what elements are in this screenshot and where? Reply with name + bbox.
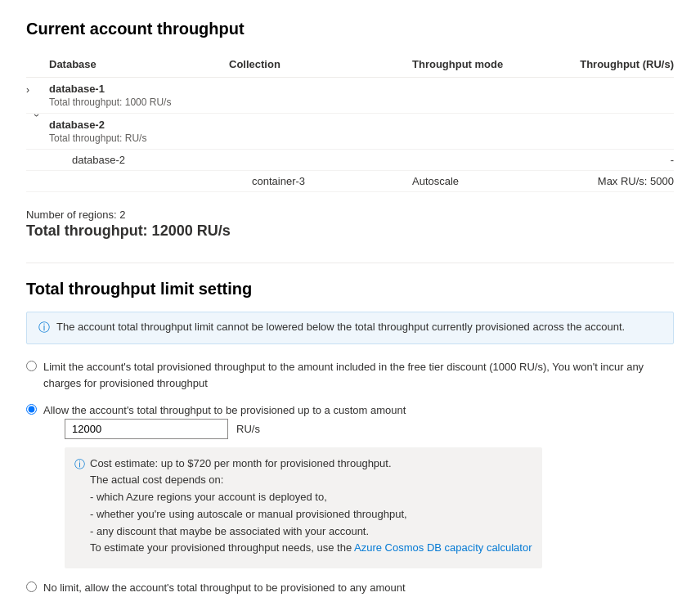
capacity-calculator-link[interactable]: Azure Cosmos DB capacity calculator bbox=[354, 541, 532, 554]
col-database-header: Database bbox=[49, 58, 229, 70]
radio-custom-amount-label: Allow the account's total throughput to … bbox=[43, 404, 406, 416]
throughput-table: Database Collection Throughput mode Thro… bbox=[26, 52, 674, 192]
cost-line4: - whether you're using autoscale or manu… bbox=[90, 508, 407, 520]
db2-sub1-db: database-2 bbox=[72, 154, 252, 166]
db2-name: database-2 bbox=[49, 119, 229, 131]
table-body: › database-1 Total throughput: 1000 RU/s… bbox=[26, 78, 674, 192]
db1-name: database-1 bbox=[49, 83, 229, 95]
table-row: › database-2 Total throughput: RU/s bbox=[26, 114, 674, 150]
custom-input-row: RU/s bbox=[65, 419, 542, 439]
radio-free-tier-input[interactable] bbox=[26, 361, 37, 371]
radio-no-limit-label: No limit, allow the account's total thro… bbox=[43, 580, 406, 596]
throughput-value-input[interactable] bbox=[65, 419, 228, 439]
radio-no-limit-input[interactable] bbox=[26, 581, 37, 592]
table-row: database-2 - bbox=[26, 150, 674, 171]
db2-throughput: Total throughput: RU/s bbox=[49, 132, 229, 144]
expand-icon-db2[interactable]: › bbox=[31, 114, 44, 137]
col-throughputmode-header: Throughput mode bbox=[412, 58, 543, 70]
db2-sub1-rus: - bbox=[543, 154, 674, 166]
table-header-row: Database Collection Throughput mode Thro… bbox=[26, 52, 674, 78]
info-icon: ⓘ bbox=[38, 321, 50, 335]
col-collection-header: Collection bbox=[229, 58, 412, 70]
radio-custom-amount-input[interactable] bbox=[26, 404, 37, 415]
cost-line3: - which Azure regions your account is de… bbox=[90, 491, 327, 503]
cost-line1: Cost estimate: up to $720 per month for … bbox=[90, 457, 392, 469]
db1-throughput: Total throughput: 1000 RU/s bbox=[49, 97, 229, 108]
cost-estimate-box: ⓘ Cost estimate: up to $720 per month fo… bbox=[65, 447, 542, 569]
regions-label: Number of regions: 2 bbox=[26, 209, 674, 221]
radio-free-tier[interactable]: Limit the account's total provisioned th… bbox=[26, 359, 674, 391]
info-banner-text: The account total throughput limit canno… bbox=[56, 321, 625, 333]
cost-line2: The actual cost depends on: bbox=[90, 474, 223, 486]
db2-info: database-2 Total throughput: RU/s bbox=[49, 119, 229, 144]
expand-icon-db1[interactable]: › bbox=[26, 83, 49, 96]
db2-sub2-collection: container-3 bbox=[252, 175, 412, 187]
cost-info-icon: ⓘ bbox=[74, 456, 85, 474]
info-banner: ⓘ The account total throughput limit can… bbox=[26, 312, 674, 344]
cost-line6-prefix: To estimate your provisioned throughput … bbox=[90, 541, 354, 554]
radio-free-tier-label: Limit the account's total provisioned th… bbox=[43, 359, 674, 391]
section2-title: Total throughput limit setting bbox=[26, 280, 674, 299]
col-throughputrus-header: Throughput (RU/s) bbox=[543, 58, 674, 70]
db2-sub2-mode: Autoscale bbox=[412, 175, 543, 187]
db2-sub2-rus: Max RU/s: 5000 bbox=[543, 175, 674, 187]
rus-unit-label: RU/s bbox=[236, 423, 260, 435]
cost-line5: - any discount that maybe be associated … bbox=[90, 525, 369, 537]
page-title: Current account throughput bbox=[26, 20, 674, 38]
table-row: container-3 Autoscale Max RU/s: 5000 bbox=[26, 171, 674, 192]
db1-info: database-1 Total throughput: 1000 RU/s bbox=[49, 83, 229, 108]
divider bbox=[26, 263, 674, 263]
table-row: › database-1 Total throughput: 1000 RU/s bbox=[26, 78, 674, 114]
radio-no-limit[interactable]: No limit, allow the account's total thro… bbox=[26, 580, 674, 596]
radio-custom-amount[interactable]: Allow the account's total throughput to … bbox=[26, 402, 674, 568]
summary-section: Number of regions: 2 Total throughput: 1… bbox=[26, 209, 674, 240]
total-throughput-label: Total throughput: 12000 RU/s bbox=[26, 222, 674, 240]
